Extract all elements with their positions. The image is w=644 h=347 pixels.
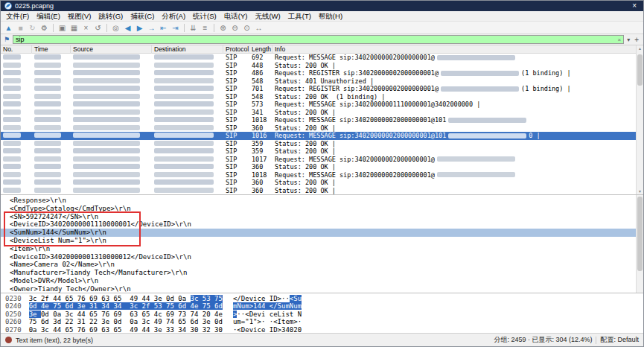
packet-row[interactable]: SIP1018Request: MESSAGE sip:340200000020… (1, 171, 636, 179)
redacted-text (3, 141, 21, 146)
hex-row[interactable]: 02303c 2f 44 65 76 69 63 65 49 44 3e 0d … (5, 295, 643, 302)
hex-dump-pane: 02303c 2f 44 65 76 69 63 65 49 44 3e 0d … (1, 293, 643, 333)
packet-row[interactable]: SIP692Request: MESSAGE sip:3402000000200… (1, 54, 636, 62)
hex-row[interactable]: 026075 6d 3d 22 31 22 3e 0d 0a 3c 49 74 … (5, 318, 643, 325)
first-packet-icon[interactable]: ⇤ (158, 22, 169, 34)
find-packet-icon[interactable]: ◎ (110, 22, 121, 34)
packet-row[interactable]: SIP341Status: 200 OK | (1, 109, 636, 117)
zoom-in-icon[interactable]: ⊕ (217, 22, 229, 34)
scroll-down-icon[interactable]: ▾ (637, 188, 643, 194)
menu-telephony[interactable]: 电话(Y) (220, 11, 252, 22)
packet-row[interactable]: SIP1016Request: MESSAGE sip:340200000020… (1, 132, 636, 140)
detail-line[interactable]: <DeviceID>34020000001110000001</DeviceID… (10, 220, 643, 229)
redacted-text (3, 94, 21, 99)
title-bar[interactable]: 0225.pcapng × (1, 1, 643, 11)
packet-row[interactable]: SIP573Request: MESSAGE sip:3402000000111… (1, 101, 636, 109)
redacted-text (73, 63, 140, 68)
last-packet-icon[interactable]: ⇥ (170, 22, 181, 34)
filter-dropdown-icon[interactable]: ▾ (627, 36, 630, 43)
hex-row[interactable]: 02406d 4e 75 6d 3e 31 34 34 3c 2f 53 75 … (5, 302, 643, 310)
column-header-destination[interactable]: Destination (152, 45, 223, 54)
redacted-text (437, 156, 515, 162)
previous-packet-icon[interactable]: ◀ (122, 22, 133, 34)
detail-line[interactable]: <Model>DVR</Model>\r\n (10, 277, 643, 285)
filter-clear-icon[interactable]: × (617, 36, 621, 43)
menu-help[interactable]: 帮助(H) (315, 11, 346, 22)
detail-line[interactable]: <Owner>Tiandy Tech</Owner>\r\n (10, 285, 643, 293)
save-file-icon[interactable]: ▦ (68, 22, 80, 34)
reload-icon[interactable]: ↺ (92, 22, 103, 34)
detail-line[interactable]: <DeviceList Num="1">\r\n (10, 237, 643, 245)
detail-line[interactable]: <SN>592724247</SN>\r\n (10, 213, 643, 221)
menu-file[interactable]: 文件(F) (2, 11, 33, 22)
detail-line[interactable]: <Response>\r\n (10, 197, 643, 205)
packet-row[interactable]: SIP360Status: 200 OK | (1, 124, 636, 133)
add-filter-button[interactable]: + (633, 36, 640, 44)
hex-offset: 0240 (5, 302, 22, 310)
menu-wireless[interactable]: 无线(W) (251, 11, 284, 22)
column-header-no[interactable]: No. (1, 45, 32, 54)
status-profile[interactable]: 配置: Default (600, 335, 639, 345)
hex-offset: 0250 (5, 311, 22, 318)
menu-view[interactable]: 视图(V) (64, 11, 95, 22)
packet-row[interactable]: SIP360Status: 200 OK | (1, 179, 636, 187)
packet-row[interactable]: SIP486Request: REGISTER sip:340200000020… (1, 69, 636, 77)
goto-packet-icon[interactable]: → (146, 22, 157, 34)
restart-capture-icon[interactable]: ↻ (27, 22, 38, 34)
colorize-icon[interactable]: ≡ (200, 22, 211, 34)
column-header-time[interactable]: Time (32, 45, 71, 54)
open-file-icon[interactable]: ▣ (57, 22, 68, 34)
column-header-protocol[interactable]: Protocol (223, 45, 249, 54)
hex-row[interactable]: 02503e 0d 0a 3c 44 65 76 69 63 65 4c 69 … (5, 311, 643, 318)
packet-row[interactable]: SIP448Status: 200 OK | (1, 62, 636, 70)
detail-line[interactable]: <CmdType>Catalog</CmdType>\r\n (10, 205, 643, 213)
packet-row[interactable]: SIP701Request: REGISTER sip:340200000020… (1, 85, 636, 93)
packet-row[interactable]: SIP359Status: 200 OK | (1, 147, 636, 156)
menu-capture[interactable]: 捕获(C) (127, 11, 158, 22)
menu-edit[interactable]: 编辑(E) (33, 11, 64, 22)
close-icon[interactable]: × (629, 1, 640, 11)
packet-row[interactable]: SIP360Status: 200 OK | (1, 187, 636, 195)
packet-row[interactable]: SIP548Status: 401 Unauthorized | (1, 77, 636, 86)
column-header-length[interactable]: Length (249, 45, 272, 54)
detail-line[interactable]: <DeviceID>34020000001310000012</DeviceID… (10, 253, 643, 261)
packet-row[interactable]: SIP360Status: 200 OK | (1, 163, 636, 171)
zoom-out-icon[interactable]: ⊖ (229, 22, 240, 34)
scroll-up-icon[interactable]: ▴ (637, 45, 643, 51)
zoom-reset-icon[interactable]: ⊙ (241, 22, 252, 34)
menu-tools[interactable]: 工具(T) (284, 11, 315, 22)
redacted-text (3, 86, 21, 91)
menu-statistics[interactable]: 统计(S) (189, 11, 220, 22)
redacted-text (3, 133, 21, 138)
autoscroll-icon[interactable]: ⇊ (188, 22, 199, 34)
detail-line[interactable]: <Manufacturer>Tiandy Tech</Manufacturer>… (10, 269, 643, 277)
start-capture-icon[interactable]: ▲ (3, 22, 14, 34)
column-header-source[interactable]: Source (71, 45, 152, 54)
menu-analyze[interactable]: 分析(A) (158, 11, 189, 22)
packet-row[interactable]: SIP1017Request: MESSAGE sip:340200000020… (1, 156, 636, 164)
display-filter-input[interactable] (16, 36, 615, 43)
status-packet-counts: 分组: 2459 · 已显示: 304 (12.4%) (494, 335, 592, 345)
fit-columns-icon[interactable]: ↔ (253, 22, 264, 34)
expert-info-icon[interactable] (5, 337, 12, 343)
next-packet-icon[interactable]: ▶ (134, 22, 145, 34)
packet-row[interactable]: SIP1018Request: MESSAGE sip:340200000020… (1, 116, 636, 124)
redacted-text (154, 148, 214, 153)
details-scrollbar[interactable] (636, 195, 643, 293)
scrollbar-thumb[interactable] (637, 54, 643, 86)
filter-bookmark-icon[interactable]: ⚑ (4, 36, 10, 43)
packet-row[interactable]: SIP548Status: 200 OK (1 binding) | (1, 93, 636, 101)
packet-row[interactable]: SIP359Status: 200 OK | (1, 140, 636, 148)
close-file-icon[interactable]: × (80, 22, 92, 34)
packet-list-scrollbar[interactable]: ▴ ▾ (636, 45, 643, 194)
menu-go[interactable]: 跳转(G) (95, 11, 127, 22)
capture-options-icon[interactable]: ⚙ (39, 22, 50, 34)
detail-line[interactable]: <Name>Camera 02</Name>\r\n (10, 261, 643, 269)
stop-capture-icon[interactable]: ■ (15, 22, 26, 34)
column-header-info[interactable]: Info (272, 45, 636, 54)
display-filter-field[interactable]: × (13, 35, 624, 44)
detail-line[interactable]: <SumNum>144</SumNum>\r\n (1, 229, 643, 237)
scrollbar-thumb[interactable] (637, 197, 643, 271)
detail-line[interactable]: <Item>\r\n (10, 245, 643, 253)
hex-row[interactable]: 02700a 3c 44 65 76 69 63 65 49 44 3e 33 … (5, 326, 643, 333)
